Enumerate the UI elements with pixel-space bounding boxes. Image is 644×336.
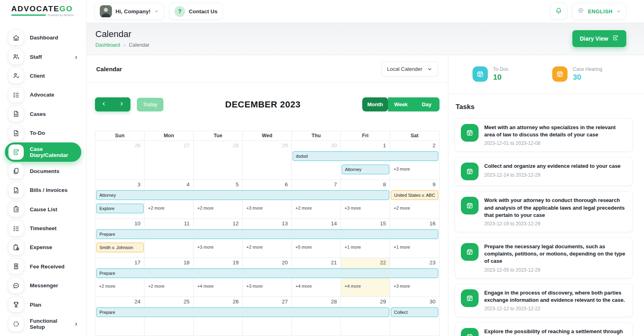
task-title: Meet with an attorney who specializes in… [484, 124, 627, 138]
sidebar-item-label: Bills / Invoices [30, 187, 68, 193]
sidebar-item-staff[interactable]: Staff› [5, 47, 81, 66]
sidebar-item-cause-list[interactable]: Cause List [5, 200, 81, 219]
greeting-label: Hi, Company! [116, 8, 151, 14]
task-date-range: 2023-12-14 to 2023-12-29 [484, 172, 621, 178]
scroll-icon [612, 34, 619, 43]
task-card[interactable]: Engage in the process of discovery, wher… [455, 284, 633, 317]
more-events-link[interactable]: +1 more [341, 243, 390, 251]
day-header-mon: Mon [144, 131, 194, 141]
prev-month-button[interactable] [95, 97, 113, 111]
chevron-down-icon [154, 9, 159, 14]
sidebar-item-fee-received[interactable]: Fee Received [5, 257, 81, 276]
sidebar-item-advocate[interactable]: Advocate [5, 85, 81, 104]
brand-logo[interactable]: ADVOCATEGO Powered by WorkDo [0, 0, 86, 23]
more-events-link[interactable]: +4 more [194, 282, 243, 291]
sidebar-item-documents[interactable]: Documents [5, 162, 81, 181]
sidebar-item-expense[interactable]: Expense [5, 238, 81, 257]
task-card[interactable]: Work with your attorney to conduct thoro… [455, 191, 633, 232]
brand-name: ADVOCATEGO [11, 5, 86, 12]
language-selector[interactable]: ENGLISH [572, 3, 626, 20]
task-calendar-icon [461, 197, 479, 214]
setup-icon [8, 316, 24, 332]
sidebar-item-cases[interactable]: Cases [5, 105, 81, 124]
calendar-event[interactable]: Prepare [96, 229, 438, 239]
calendar-event[interactable]: dsdsd [293, 151, 438, 161]
task-date-range: 2023-12-05 to 2023-12-29 [484, 267, 627, 273]
more-events-link[interactable]: +2 more [144, 204, 194, 212]
task-card[interactable]: Meet with an attorney who specializes in… [455, 118, 633, 152]
sidebar-item-functional-setup[interactable]: Functional Setup› [5, 314, 81, 333]
fee-icon [8, 259, 24, 274]
view-day-button[interactable]: Day [414, 97, 440, 111]
task-card[interactable]: Collect and organize any evidence relate… [455, 157, 633, 186]
more-events-link[interactable]: +3 more [243, 282, 292, 291]
todos-calendar-icon [473, 66, 488, 82]
case-hearing-calendar-icon [552, 66, 568, 82]
sidebar-item-messenger[interactable]: Messenger [5, 276, 81, 295]
task-calendar-icon [461, 289, 479, 307]
calendar-event[interactable]: Attorney [96, 190, 389, 200]
calendar-source-select[interactable]: Local Calender [381, 62, 438, 76]
home-icon [8, 30, 24, 45]
chevron-right-icon: › [75, 320, 77, 327]
calendar-week-row: 17181920212223Prepare+2 more+2 more+4 mo… [95, 258, 439, 297]
next-month-button[interactable] [113, 97, 130, 111]
sidebar-item-label: To-Do [30, 130, 45, 136]
sidebar-item-to-do[interactable]: To-Do [5, 124, 81, 142]
more-events-link[interactable]: +2 more [243, 243, 292, 251]
calendar-event[interactable]: Prepare [96, 307, 389, 317]
today-button[interactable]: Today [137, 98, 163, 111]
calendar-event[interactable]: Explore [96, 204, 144, 213]
calendar-event[interactable]: Attorney [342, 165, 389, 174]
view-week-button[interactable]: Week [388, 97, 414, 111]
task-card[interactable]: Explore the possibility of reaching a se… [455, 322, 633, 336]
more-events-link[interactable]: +2 more [194, 204, 243, 212]
diary-view-button[interactable]: Diary View [572, 30, 626, 47]
more-events-link[interactable]: +3 more [194, 243, 243, 251]
more-events-link[interactable]: +2 more [144, 282, 194, 291]
day-cell[interactable]: 27 [144, 141, 194, 179]
day-cell[interactable]: 26 [95, 141, 144, 179]
chevron-down-icon [427, 66, 432, 72]
more-events-link[interactable]: +3 more [341, 204, 390, 212]
more-events-link[interactable]: +1 more [390, 243, 439, 251]
more-events-link[interactable]: +4 more [292, 282, 341, 291]
staff-icon [8, 49, 24, 64]
task-card[interactable]: Prepare the necessary legal documents, s… [455, 237, 633, 278]
more-events-link[interactable]: +5 more [292, 243, 341, 251]
messenger-icon [8, 278, 24, 293]
calendar-event[interactable]: Smith v. Johnson [96, 243, 144, 252]
sidebar-item-dashboard[interactable]: Dashboard [5, 28, 81, 47]
calendar-event[interactable]: Collect [391, 307, 438, 317]
breadcrumb-dashboard-link[interactable]: Dashboard [95, 42, 120, 48]
more-events-link[interactable]: +4 more [341, 282, 390, 291]
day-header-thu: Thu [292, 131, 341, 141]
day-cell[interactable]: 29 [243, 141, 292, 179]
sidebar-item-client[interactable]: Client [5, 66, 81, 85]
sidebar-item-label: Cases [30, 111, 46, 117]
more-events-link[interactable]: +2 more [390, 204, 439, 212]
more-events-link[interactable]: +3 more [390, 165, 439, 173]
notifications-button[interactable] [550, 3, 567, 20]
more-events-link[interactable]: +3 more [243, 204, 292, 212]
more-events-link[interactable]: +2 more [95, 282, 144, 291]
sidebar-item-plan[interactable]: Plan [5, 295, 81, 314]
view-month-button[interactable]: Month [362, 97, 388, 111]
sidebar-item-label: Dashboard [30, 35, 58, 41]
day-cell[interactable]: 28 [194, 141, 243, 179]
main-column: Hi, Company! ? Contact Us ENGLISH Calend… [87, 0, 644, 336]
calendar-event[interactable]: United States v. ABC [391, 190, 438, 200]
globe-icon [577, 7, 584, 16]
brand-underline [11, 14, 46, 16]
sidebar-item-case-diary-calendar[interactable]: Case Diary/Calendar [5, 142, 81, 161]
contact-us-label: Contact Us [189, 8, 217, 14]
calendar-event[interactable]: Prepare [96, 268, 438, 278]
more-events-link[interactable]: +3 more [390, 282, 439, 291]
bell-icon [555, 7, 563, 16]
more-events-link[interactable]: +2 more [292, 204, 341, 212]
sidebar-item-timesheet[interactable]: Timesheet [5, 219, 81, 238]
sidebar-item-bills-invoices[interactable]: Bills / Invoices [5, 181, 81, 200]
account-menu[interactable]: Hi, Company! [95, 3, 164, 20]
contact-us-button[interactable]: ? Contact Us [169, 3, 223, 20]
task-calendar-icon [461, 163, 479, 180]
